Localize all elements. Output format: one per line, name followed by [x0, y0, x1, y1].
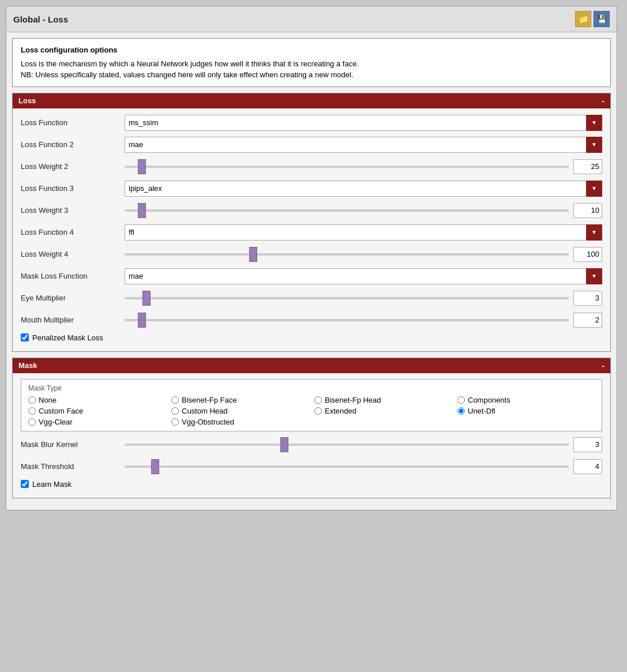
loss-weight4-label: Loss Weight 4	[21, 250, 125, 258]
mask-blur-kernel-slider-thumb[interactable]	[280, 437, 288, 452]
mask-loss-function-select-wrapper: mae	[125, 268, 602, 284]
loss-function3-select-wrapper: lpips_alex	[125, 181, 602, 197]
loss-function2-select[interactable]: mae	[125, 137, 602, 153]
loss-weight2-slider-wrapper	[125, 159, 602, 174]
mask-blur-kernel-input[interactable]	[574, 440, 599, 449]
radio-custom-head: Custom Head	[171, 407, 309, 415]
radio-components-label: Components	[468, 396, 510, 404]
mask-loss-function-row: Mask Loss Function mae	[21, 268, 602, 285]
mask-section-body: Mask Type None Bisenet-Fp Face Bisene	[13, 373, 610, 498]
mouth-multiplier-slider-wrapper	[125, 313, 602, 328]
loss-function3-label: Loss Function 3	[21, 184, 125, 193]
radio-extended-input[interactable]	[314, 407, 322, 415]
loss-function3-row: Loss Function 3 lpips_alex	[21, 180, 602, 197]
loss-weight3-slider-wrapper	[125, 203, 602, 218]
loss-weight4-slider-wrapper	[125, 247, 602, 262]
loss-function4-label: Loss Function 4	[21, 228, 125, 236]
loss-section-title: Loss	[18, 96, 36, 105]
eye-multiplier-label: Eye Multiplier	[21, 294, 125, 302]
penalized-mask-loss-row: Penalized Mask Loss	[21, 333, 602, 342]
eye-multiplier-slider-thumb[interactable]	[142, 291, 151, 306]
loss-weight4-slider-track[interactable]	[125, 253, 569, 256]
loss-weight2-row: Loss Weight 2	[21, 158, 602, 175]
loss-weight4-row: Loss Weight 4	[21, 246, 602, 263]
loss-function-select[interactable]: ms_ssim	[125, 115, 602, 131]
radio-custom-face-input[interactable]	[28, 407, 36, 415]
mask-threshold-slider-thumb[interactable]	[151, 459, 159, 474]
mouth-multiplier-value	[573, 313, 602, 328]
radio-custom-head-label: Custom Head	[182, 407, 227, 415]
eye-multiplier-value	[573, 291, 602, 306]
radio-vgg-clear-input[interactable]	[28, 418, 36, 426]
loss-weight3-slider-thumb[interactable]	[138, 203, 146, 218]
mouth-multiplier-label: Mouth Multiplier	[21, 316, 125, 324]
mask-blur-kernel-slider-track[interactable]	[125, 444, 569, 446]
loss-weight2-slider-thumb[interactable]	[138, 159, 146, 174]
loss-section-header: Loss -	[13, 93, 610, 108]
radio-bisenet-fp-head-input[interactable]	[314, 396, 322, 404]
learn-mask-row: Learn Mask	[21, 480, 602, 489]
radio-unet-dfl: Unet-Dfl	[457, 407, 595, 415]
mask-section-header: Mask -	[13, 358, 610, 373]
mask-threshold-slider-track[interactable]	[125, 465, 569, 468]
eye-multiplier-input[interactable]	[574, 294, 599, 302]
mask-threshold-label: Mask Threshold	[21, 462, 125, 471]
radio-custom-head-input[interactable]	[171, 407, 179, 415]
info-box: Loss configuration options Loss is the m…	[12, 38, 611, 87]
mask-blur-kernel-value	[573, 437, 602, 452]
mask-section: Mask - Mask Type None Bisenet-Fp Face	[12, 358, 611, 498]
radio-none-label: None	[39, 396, 57, 404]
loss-function2-label: Loss Function 2	[21, 140, 125, 149]
learn-mask-label: Learn Mask	[32, 480, 72, 489]
radio-unet-dfl-input[interactable]	[457, 407, 465, 415]
radio-custom-face: Custom Face	[28, 407, 166, 415]
mouth-multiplier-slider-thumb[interactable]	[138, 313, 146, 328]
loss-weight3-input[interactable]	[574, 206, 599, 215]
loss-function-row: Loss Function ms_ssim	[21, 114, 602, 132]
radio-vgg-clear-label: Vgg-Clear	[39, 418, 73, 426]
mouth-multiplier-input[interactable]	[574, 316, 599, 324]
radio-components: Components	[457, 396, 595, 404]
radio-bisenet-fp-face-label: Bisenet-Fp Face	[182, 396, 236, 404]
radio-components-input[interactable]	[457, 396, 465, 404]
radio-custom-face-label: Custom Face	[39, 407, 83, 415]
learn-mask-checkbox[interactable]	[21, 480, 29, 488]
loss-collapse-button[interactable]: -	[602, 96, 605, 106]
save-icon: 💾	[597, 14, 607, 24]
mask-collapse-button[interactable]: -	[602, 361, 605, 370]
mask-loss-function-select[interactable]: mae	[125, 268, 602, 284]
loss-weight4-slider-thumb[interactable]	[249, 247, 257, 262]
loss-weight2-input[interactable]	[574, 162, 599, 171]
loss-function2-select-wrapper: mae	[125, 137, 602, 153]
radio-bisenet-fp-face-input[interactable]	[171, 396, 179, 404]
save-button[interactable]: 💾	[594, 11, 610, 27]
mask-blur-kernel-row: Mask Blur Kernel	[21, 436, 602, 453]
folder-button[interactable]: 📁	[575, 11, 591, 27]
mask-type-label: Mask Type	[28, 384, 595, 392]
mask-threshold-input[interactable]	[574, 462, 599, 471]
loss-function-select-wrapper: ms_ssim	[125, 115, 602, 131]
loss-function3-select[interactable]: lpips_alex	[125, 181, 602, 197]
radio-extended: Extended	[314, 407, 452, 415]
mask-loss-function-label: Mask Loss Function	[21, 272, 125, 280]
radio-vgg-obstructed-input[interactable]	[171, 418, 179, 426]
loss-weight2-slider-track[interactable]	[125, 166, 569, 168]
loss-function4-select[interactable]: ffl	[125, 224, 602, 241]
penalized-mask-loss-checkbox[interactable]	[21, 333, 29, 341]
mouth-multiplier-row: Mouth Multiplier	[21, 311, 602, 329]
loss-weight3-value	[573, 203, 602, 218]
radio-none-input[interactable]	[28, 396, 36, 404]
radio-unet-dfl-label: Unet-Dfl	[468, 407, 495, 415]
info-title: Loss configuration options	[21, 44, 602, 56]
loss-weight3-slider-track[interactable]	[125, 209, 569, 212]
eye-multiplier-slider-track[interactable]	[125, 297, 569, 299]
mask-threshold-row: Mask Threshold	[21, 458, 602, 475]
loss-weight4-input[interactable]	[574, 250, 599, 258]
mask-section-title: Mask	[18, 361, 37, 370]
info-line2: NB: Unless specifically stated, values c…	[21, 69, 602, 81]
radio-bisenet-fp-head: Bisenet-Fp Head	[314, 396, 452, 404]
mouth-multiplier-slider-track[interactable]	[125, 319, 569, 321]
loss-weight3-row: Loss Weight 3	[21, 202, 602, 219]
loss-function2-row: Loss Function 2 mae	[21, 136, 602, 153]
loss-weight3-label: Loss Weight 3	[21, 206, 125, 215]
